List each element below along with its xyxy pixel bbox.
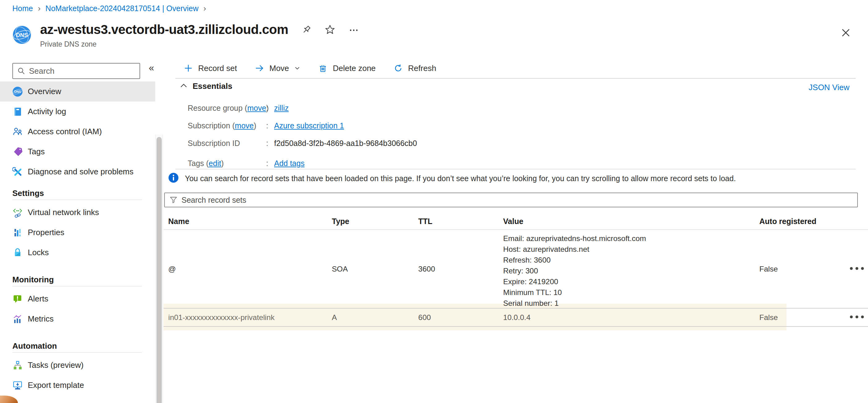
arrow-right-icon <box>255 64 264 73</box>
close-icon[interactable] <box>839 26 854 41</box>
chevron-down-icon <box>294 65 300 71</box>
sidebar-item-alerts[interactable]: Alerts <box>0 289 155 309</box>
resource-group-value-link[interactable]: zilliz <box>274 104 289 112</box>
info-icon <box>168 173 179 184</box>
tag-icon <box>12 147 23 157</box>
divider <box>12 352 142 353</box>
dns-globe-icon: DNS <box>12 86 23 97</box>
access-control-icon <box>12 126 23 137</box>
svg-text:DNS: DNS <box>14 90 21 93</box>
essentials-row-resource-group: Resource group (move) : zilliz <box>188 99 849 117</box>
record-value: Email: azureprivatedns-host.microsoft.co… <box>503 233 646 309</box>
record-set-label: Record set <box>198 64 237 73</box>
pin-icon[interactable] <box>301 24 312 35</box>
search-icon <box>17 67 25 75</box>
sidebar-scrollbar-thumb[interactable] <box>156 137 162 403</box>
properties-bars-icon <box>12 227 23 238</box>
add-tags-link[interactable]: Add tags <box>274 159 305 167</box>
sidebar-item-label: Access control (IAM) <box>28 127 102 136</box>
collapse-sidebar-icon[interactable]: « <box>149 62 154 73</box>
record-set-search-input[interactable] <box>182 196 857 205</box>
resource-group-move-link[interactable]: move <box>247 104 266 112</box>
menu-items: DNS Overview Activity log <box>0 82 163 395</box>
diagnose-tools-icon <box>12 167 23 177</box>
record-type: A <box>332 313 337 322</box>
breadcrumb-resource-link[interactable]: NoMarketplace-20240428170514 | Overview <box>45 4 198 13</box>
more-options-icon[interactable] <box>348 24 359 35</box>
activity-log-icon <box>12 106 23 117</box>
column-header-value: Value <box>503 213 523 230</box>
essentials-row-tags: Tags (edit) : Add tags <box>188 155 849 172</box>
subscription-move-link[interactable]: move <box>235 121 254 130</box>
record-name: in01-xxxxxxxxxxxxxx-privatelink <box>168 313 274 322</box>
table-row-a-record[interactable]: in01-xxxxxxxxxxxxxx-privatelink A 600 10… <box>164 308 868 327</box>
subscription-id-value: f2d50a8d-3f2b-4869-aa1b-9684b3066cb0 <box>274 139 417 148</box>
column-header-auto-registered: Auto registered <box>760 213 816 230</box>
column-header-name: Name <box>168 213 189 230</box>
breadcrumb-separator: › <box>38 4 41 13</box>
sidebar-item-label: Virtual network links <box>28 208 99 217</box>
svg-text:DNS: DNS <box>16 32 28 38</box>
record-type: SOA <box>332 265 348 273</box>
sidebar-item-label: Activity log <box>28 107 66 116</box>
favorite-star-icon[interactable] <box>325 24 335 35</box>
sidebar-item-tags[interactable]: Tags <box>0 142 155 162</box>
refresh-button[interactable]: Refresh <box>394 64 436 73</box>
record-auto-registered: False <box>760 313 778 322</box>
menu-search-input[interactable] <box>29 66 128 76</box>
table-header: Name Type TTL Value Auto registered <box>164 213 868 230</box>
azure-portal-blade: Home › NoMarketplace-20240428170514 | Ov… <box>0 0 868 403</box>
sidebar-item-locks[interactable]: Locks <box>0 243 155 262</box>
sidebar-item-properties[interactable]: Properties <box>0 222 155 243</box>
delete-zone-button[interactable]: Delete zone <box>318 64 376 73</box>
command-bar: Record set Move <box>184 59 454 78</box>
resource-group-label: Resource group ( <box>188 104 247 112</box>
essentials-row-subscription-id: Subscription ID : f2d50a8d-3f2b-4869-aa1… <box>188 134 849 152</box>
lock-icon <box>12 247 23 258</box>
divider <box>175 169 856 169</box>
metrics-chart-icon <box>12 314 23 324</box>
virtual-network-link-icon <box>12 207 23 218</box>
plus-icon <box>184 64 193 73</box>
breadcrumb: Home › NoMarketplace-20240428170514 | Ov… <box>12 4 206 13</box>
table-row-soa[interactable]: @ SOA 3600 Email: azureprivatedns-host.m… <box>164 230 868 308</box>
breadcrumb-home-link[interactable]: Home <box>12 4 33 13</box>
sidebar-item-metrics[interactable]: Metrics <box>0 309 155 329</box>
sidebar-item-overview[interactable]: DNS Overview <box>0 82 155 101</box>
row-more-options-icon[interactable] <box>849 315 868 320</box>
record-name: @ <box>168 265 176 273</box>
tags-edit-link[interactable]: edit <box>209 159 221 167</box>
tasks-flowchart-icon <box>12 360 23 371</box>
sidebar-scrollbar <box>155 134 163 403</box>
essentials-toggle[interactable]: Essentials <box>180 82 232 91</box>
column-header-type: Type <box>332 213 349 230</box>
essentials-title: Essentials <box>193 82 232 91</box>
refresh-icon <box>394 64 403 73</box>
json-view-link[interactable]: JSON View <box>809 83 849 92</box>
sidebar-item-label: Tasks (preview) <box>28 361 84 370</box>
refresh-label: Refresh <box>408 64 436 73</box>
sidebar-item-label: Locks <box>28 248 49 257</box>
dns-zone-icon: DNS <box>12 25 31 44</box>
sidebar-item-activity-log[interactable]: Activity log <box>0 101 155 122</box>
filter-icon <box>169 196 178 204</box>
essentials-grid: Resource group (move) : zilliz Subscript… <box>188 99 849 172</box>
sidebar-section-monitoring: Monitoring <box>12 273 163 286</box>
chevron-up-icon <box>180 83 187 90</box>
sidebar-item-export-template[interactable]: Export template <box>0 375 155 395</box>
column-header-ttl: TTL <box>418 213 432 230</box>
sidebar-item-access-control[interactable]: Access control (IAM) <box>0 122 155 142</box>
overview-blade-content: Record set Move <box>164 59 868 403</box>
sidebar-section-settings: Settings <box>12 187 163 200</box>
move-label: Move <box>270 64 289 73</box>
sidebar-item-tasks[interactable]: Tasks (preview) <box>0 355 155 375</box>
record-set-button[interactable]: Record set <box>184 64 237 73</box>
subscription-value-link[interactable]: Azure subscription 1 <box>274 121 344 130</box>
sidebar-item-label: Tags <box>28 147 45 156</box>
move-button[interactable]: Move <box>255 64 301 73</box>
menu-search-box <box>12 63 140 79</box>
row-more-options-icon[interactable] <box>849 266 868 272</box>
sidebar-item-virtual-network-links[interactable]: Virtual network links <box>0 203 155 222</box>
sidebar-item-diagnose[interactable]: Diagnose and solve problems <box>0 162 155 182</box>
row-border <box>164 326 868 327</box>
